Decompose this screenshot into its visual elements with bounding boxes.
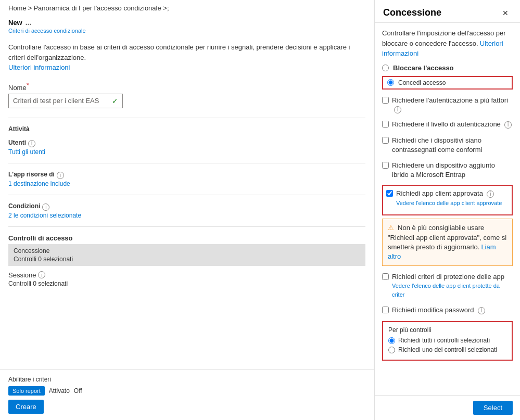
concedi-box[interactable]: Concedi accesso	[382, 76, 513, 90]
abilita-label: Abilitare i criteri	[8, 376, 366, 383]
piu-controlli-box: Per più controlli Richiedi tutti i contr…	[382, 321, 513, 361]
utenti-value[interactable]: Tutti gli utenti	[8, 148, 365, 156]
block-radio[interactable]	[382, 65, 389, 71]
sessione-value[interactable]: Controlli 0 selezionati	[8, 280, 365, 287]
breadcrumb-separator: >	[28, 4, 32, 12]
auth-level-label: Richiedere il livello di autenticazione	[392, 120, 501, 128]
concessione-box[interactable]: Concessione Controlli 0 selezionati	[8, 244, 365, 266]
attivato-label: Attivato	[49, 387, 70, 394]
hybrid-checkbox[interactable]	[382, 162, 389, 169]
utenti-section: Utenti i Tutti gli utenti	[0, 137, 374, 158]
auth-level-checkbox-item: Richiedere il livello di autenticazione …	[382, 119, 513, 130]
approved-app-info-icon[interactable]: i	[487, 190, 494, 198]
panel-description: Controllare l'imposizione dell'accesso p…	[382, 28, 513, 59]
page-header: New ... Criteri di accesso condizionale	[0, 16, 374, 38]
solo-report-button[interactable]: Solo report	[8, 386, 45, 396]
attivita-title: Attività	[8, 125, 365, 133]
approved-app-label: Richiedi app client approvata	[396, 189, 483, 197]
compliant-checkbox-item: Richiedi che i dispositivi siano contras…	[382, 135, 513, 156]
warning-box: ⚠ Non è più consigliabile usare "Richied…	[382, 219, 513, 266]
select-button[interactable]: Select	[473, 401, 513, 415]
warning-icon: ⚠	[388, 224, 394, 232]
change-password-checkbox[interactable]	[382, 307, 389, 313]
description-link[interactable]: Ulteriori informazioni	[8, 63, 70, 71]
change-password-info-icon[interactable]: i	[478, 307, 485, 314]
panel-close-button[interactable]: ✕	[499, 8, 512, 18]
breadcrumb-current: Panoramica di I per l'accesso condiziona…	[33, 4, 169, 12]
breadcrumb: Home > Panoramica di I per l'accesso con…	[0, 0, 374, 16]
concessione-title: Concessione	[14, 247, 360, 254]
mfa-label: Richiedere l'autenticazione a più fattor…	[392, 96, 508, 104]
name-field-section: Nome* Criteri di test per i client EAS ✓	[0, 77, 374, 112]
panel-title: Concessione	[383, 7, 441, 18]
app-section: L'app risorse di i 1 destinazione includ…	[0, 169, 374, 189]
block-label[interactable]: Bloccare l'accesso	[393, 64, 454, 72]
piu-controlli-title: Per più controlli	[388, 326, 506, 334]
grant-radio[interactable]	[387, 79, 394, 86]
access-controls-title: Controlli di accesso	[8, 234, 365, 242]
app-protection-sub-label: Vedere l'elenco delle app client protett…	[392, 283, 500, 298]
approved-app-checkbox-item: Richiedi app client approvata i Vedere l…	[386, 188, 509, 208]
app-value[interactable]: 1 destinazione include	[8, 180, 365, 187]
check-icon: ✓	[112, 97, 118, 105]
utenti-info-icon[interactable]: i	[28, 140, 35, 147]
sessione-info-icon[interactable]: i	[38, 271, 45, 278]
one-control-label: Richiedi uno dei controlli selezionati	[398, 346, 497, 353]
sessione-section: Sessione i Controlli 0 selezionati	[0, 269, 374, 289]
condizioni-value[interactable]: 2 le condizioni selezionate	[8, 212, 365, 219]
block-access-option[interactable]: Bloccare l'accesso	[382, 64, 513, 72]
auth-level-checkbox[interactable]	[382, 121, 389, 128]
compliant-checkbox[interactable]	[382, 137, 389, 144]
app-protection-checkbox-item: Richiedi criteri di protezione delle app…	[382, 271, 513, 300]
page-title-dots: ...	[26, 18, 32, 27]
utenti-label: Utenti	[8, 139, 26, 146]
panel-header: Concessione ✕	[375, 0, 520, 23]
panel-body: Controllare l'imposizione dell'accesso p…	[375, 23, 520, 395]
description-text: Controllare l'accesso in base ai criteri…	[8, 43, 350, 61]
bottom-bar: Abilitare i criteri Solo report Attivato…	[0, 369, 374, 420]
concessione-panel: Concessione ✕ Controllare l'imposizione …	[374, 0, 520, 420]
access-controls-section: Controlli di accesso Concessione Control…	[0, 232, 374, 269]
mfa-checkbox-item: Richiedere l'autenticazione a più fattor…	[382, 95, 513, 115]
concessione-value: Controlli 0 selezionati	[14, 256, 360, 263]
app-protection-label: Richiedi criteri di protezione delle app	[392, 273, 504, 281]
app-info-icon[interactable]: i	[57, 172, 64, 179]
name-input[interactable]: Criteri di test per i client EAS ✓	[8, 94, 123, 108]
mfa-checkbox[interactable]	[382, 97, 389, 104]
condizioni-section: Condizioni i 2 le condizioni selezionate	[0, 200, 374, 221]
description-box: Controllare l'accesso in base ai criteri…	[8, 42, 365, 73]
panel-footer: Select	[375, 395, 520, 420]
app-label: L'app risorse di	[8, 171, 55, 178]
compliant-label: Richiedi che i dispositivi siano contras…	[392, 136, 482, 154]
off-label: Off	[74, 387, 82, 394]
breadcrumb-home[interactable]: Home	[8, 4, 27, 12]
page-title-text: New	[8, 19, 22, 27]
all-controls-option[interactable]: Richiedi tutti i controlli selezionati	[388, 337, 506, 344]
approved-app-sub-label: Vedere l'elenco delle app client approva…	[396, 200, 502, 206]
create-button[interactable]: Creare	[8, 400, 44, 414]
all-controls-label: Richiedi tutti i controlli selezionati	[398, 337, 490, 344]
approved-app-checkbox[interactable]	[386, 190, 393, 197]
hybrid-checkbox-item: Richiedere un dispositivo aggiunto ibrid…	[382, 160, 513, 181]
mfa-info-icon[interactable]: i	[394, 106, 401, 113]
all-controls-radio[interactable]	[388, 337, 395, 344]
condizioni-info-icon[interactable]: i	[42, 203, 49, 211]
auth-level-info-icon[interactable]: i	[504, 121, 512, 129]
attivita-section: Attività	[0, 123, 374, 137]
change-password-checkbox-item: Richiedi modifica password i	[382, 304, 513, 316]
one-control-radio[interactable]	[388, 347, 395, 353]
concedi-label[interactable]: Concedi accesso	[398, 79, 446, 86]
app-protection-checkbox[interactable]	[382, 273, 389, 280]
one-control-option[interactable]: Richiedi uno dei controlli selezionati	[388, 346, 506, 353]
condizioni-label: Condizioni	[8, 202, 40, 210]
hybrid-label: Richiedere un dispositivo aggiunto ibrid…	[392, 161, 495, 179]
sessione-title-text: Sessione	[8, 271, 36, 279]
change-password-label: Richiedi modifica password	[392, 306, 474, 314]
name-label: Nome*	[8, 81, 365, 92]
page-subtitle: Criteri di accesso condizionale	[8, 28, 365, 34]
approved-app-box: Richiedi app client approvata i Vedere l…	[382, 185, 513, 215]
